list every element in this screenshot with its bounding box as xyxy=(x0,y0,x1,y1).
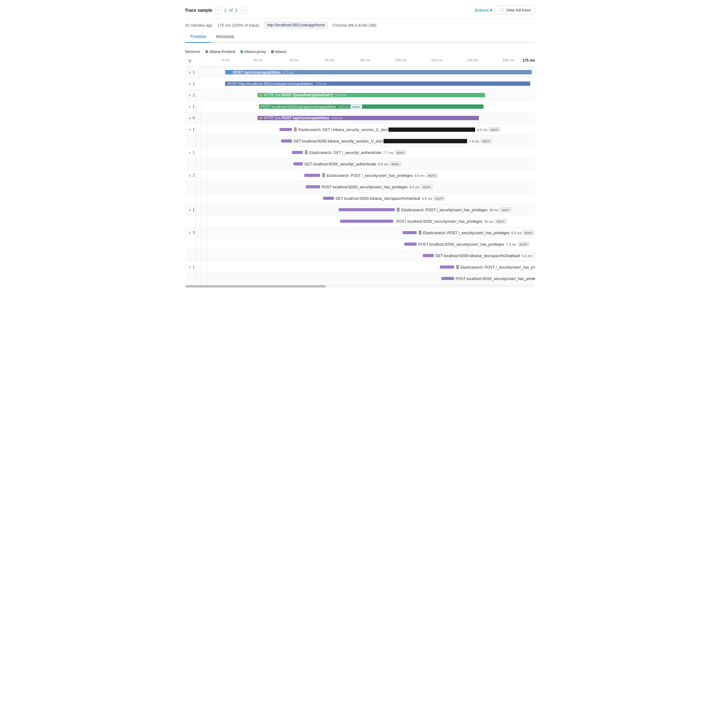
table-row: ∨ 5 ⚡ HTTP 2xx POST /api/core/capabiliti… xyxy=(185,112,535,124)
span-bar xyxy=(293,162,303,165)
row-count: 1 xyxy=(192,104,195,109)
async-badge: async xyxy=(533,254,535,258)
prev-page-button[interactable]: ‹ xyxy=(215,7,222,14)
span-label: GET localhost:9200/_security/_authentica… xyxy=(304,162,376,166)
view-full-trace-button[interactable]: 📄 View full trace xyxy=(495,6,535,15)
span-duration: 147 ms xyxy=(335,93,346,97)
row-count: 1 xyxy=(192,127,195,132)
horizontal-scrollbar[interactable] xyxy=(185,285,535,288)
expand-button[interactable]: ∨ xyxy=(187,127,192,132)
bar-label: POST localhost:9200/_security/user/_has_… xyxy=(396,219,506,224)
span-duration: 38 ms xyxy=(490,208,499,212)
row-count: 1 xyxy=(192,93,195,97)
expand-button[interactable]: ∨ xyxy=(187,81,192,86)
async-badge: async xyxy=(517,242,529,246)
actions-button[interactable]: Actions ▾ xyxy=(474,8,492,13)
filter-icon[interactable] xyxy=(185,59,194,64)
expand-button[interactable]: ∨ xyxy=(187,265,192,269)
expand-button[interactable]: ∨ xyxy=(187,116,192,121)
time-ago: 15 minutes ago xyxy=(185,23,213,28)
span-bar xyxy=(323,197,334,200)
span-bar xyxy=(340,220,393,223)
expand-button[interactable]: ∨ xyxy=(187,104,192,109)
service-kibana: kibana xyxy=(271,50,286,54)
expand-button[interactable]: ∨ xyxy=(187,70,192,75)
current-page: 1 xyxy=(224,8,227,13)
table-row: ∨ 3 🗄 Elasticsearch: POST /_security/use… xyxy=(185,227,535,239)
span-label: POST localhost:5603/zob/api/core/capabil… xyxy=(260,104,336,109)
span-label: GET localhost:9200/.kibana/_doc/space%3A… xyxy=(336,196,420,200)
span-bar xyxy=(403,231,416,234)
bar-label: 🗄 Elasticsearch: POST /_security/user/_h… xyxy=(418,231,535,235)
async-badge: async xyxy=(426,173,438,178)
time-label-80ms: 80 ms xyxy=(361,58,370,62)
expand-button[interactable]: ∨ xyxy=(187,173,192,178)
async-badge: async xyxy=(389,162,401,166)
table-row: GET localhost:9200/.kibana/_doc/space%3A… xyxy=(185,193,535,204)
async-badge: async xyxy=(421,185,433,189)
browser-info: Chrome (86.0.4240.198) xyxy=(333,23,377,28)
tab-metadata[interactable]: Metadata xyxy=(211,32,239,43)
db-icon: 🗄 xyxy=(418,231,422,235)
bar-label: 🗄 Elasticsearch: POST /_security/user/_h… xyxy=(396,208,512,212)
bar-label: POST localhost:9200/_security/user/_has_… xyxy=(322,185,433,189)
row-count: 5 xyxy=(192,116,195,120)
span-label: POST http://localhost:5601/zob/api/core/… xyxy=(228,82,313,86)
table-row: ∨ 1 🗄 Elasticsearch: GET /.kibana_securi… xyxy=(185,124,535,135)
span-duration: 8.5 ms xyxy=(477,128,487,132)
expand-button[interactable]: ∨ xyxy=(187,93,192,98)
table-row: ∨ 1 🗄 Elasticsearch: GET /_security/_aut… xyxy=(185,147,535,158)
time-label-20ms: 20 ms xyxy=(253,58,262,62)
bar-label: POST http://localhost:5601/zob/api/core/… xyxy=(227,81,327,86)
row-count: 1 xyxy=(192,70,195,74)
lightning-icon: ⚡ xyxy=(259,93,263,97)
async-badge: async xyxy=(433,196,445,201)
span-label: GET localhost:9200/.kibana_security_sess… xyxy=(293,139,383,143)
db-icon: 🗄 xyxy=(304,150,308,155)
table-row: ∨ 1 🗄 Elasticsearch: POST /_security/use… xyxy=(185,204,535,216)
bar-label: ⚡ HTTP 2xx POST /{basePath}/{kbnPath*} 1… xyxy=(258,93,346,97)
service-kibana-frontend: kibana-frontend xyxy=(205,50,235,54)
row-count: 1 xyxy=(192,208,195,212)
span-bar xyxy=(292,151,303,154)
expand-button[interactable]: ∨ xyxy=(187,150,192,155)
time-label-0ms: 0 ms xyxy=(222,58,230,62)
span-label: GET localhost:9200/.kibana/_doc/space%3A… xyxy=(435,254,520,258)
span-label: Elasticsearch: GET /.kibana_security_ses… xyxy=(298,127,388,132)
time-label-160ms: 160 ms xyxy=(503,58,514,62)
table-row: GET localhost:9200/_security/_authentica… xyxy=(185,158,535,170)
table-row: POST localhost:9200/_security/user/_has_… xyxy=(185,181,535,193)
span-label: HTTP 2xx POST /{basePath}/{kbnPath*} xyxy=(264,93,333,97)
table-row: POST localhost:9200/_security/user/_has_… xyxy=(185,273,535,284)
span-duration: 30 ms xyxy=(484,219,493,223)
async-badge: async xyxy=(395,150,406,155)
span-duration: 7.7 ms xyxy=(383,151,394,154)
span-duration: 175 ms xyxy=(316,82,327,86)
page-title: Trace sample xyxy=(185,8,213,13)
redacted-content xyxy=(383,139,467,143)
span-bar xyxy=(304,174,320,177)
bar-label: POST localhost:9200/_security/user/_has_… xyxy=(418,242,529,246)
span-bar xyxy=(440,266,454,269)
span-label: Elasticsearch: GET /_security/_authentic… xyxy=(309,150,381,154)
redacted-content xyxy=(389,127,475,132)
next-page-button[interactable]: › xyxy=(240,7,247,14)
view-full-trace-label: View full trace xyxy=(506,8,531,12)
table-row: GET localhost:9200/.kibana_security_sess… xyxy=(185,135,535,147)
table-row: ∨ 1 🗄 Elasticsearch: POST /_security/use… xyxy=(185,262,535,273)
tab-timeline[interactable]: Timeline xyxy=(185,32,211,43)
time-label-60ms: 60 ms xyxy=(325,58,334,62)
tab-bar: Timeline Metadata xyxy=(185,32,535,43)
span-duration: 6.5 ms xyxy=(378,162,388,166)
async-badge: async xyxy=(495,219,506,224)
span-label: Elasticsearch: POST /_security/user/_has… xyxy=(326,173,413,177)
url-badge[interactable]: http://localhost:5601/zob/app/home xyxy=(264,22,328,29)
actions-label: Actions xyxy=(474,8,489,13)
span-bar xyxy=(423,254,434,257)
bar-label: 🗄 Elasticsearch: POST /_security/user/_h… xyxy=(322,173,438,178)
bar-label: 🗄 Elasticsearch: POST /_security/user/_h… xyxy=(456,265,535,269)
span-label: Elasticsearch: POST /_security/user/_has… xyxy=(401,208,488,212)
expand-button[interactable]: ∨ xyxy=(187,230,192,235)
expand-button[interactable]: ∨ xyxy=(187,207,192,212)
span-duration: 6.6 ms xyxy=(522,254,532,257)
